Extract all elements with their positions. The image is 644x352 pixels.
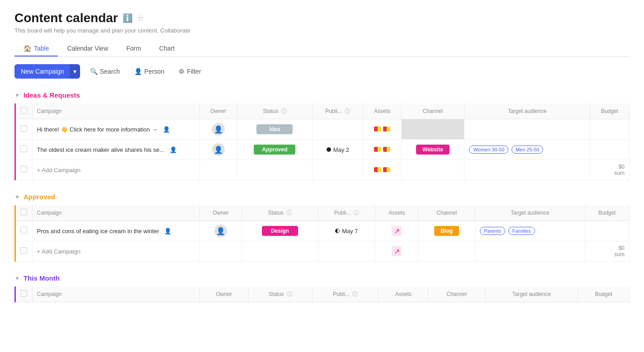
tab-table[interactable]: 🏠 Table [14, 41, 58, 56]
campaign-cell: The oldest ice cream maker alive shares … [32, 140, 199, 160]
audience-cell: Women 30-50 Men 25-50 [464, 140, 590, 160]
col-audience-thismonth: Target audience [485, 286, 578, 302]
pub-info-icon-thismonth[interactable]: ⓘ [352, 291, 358, 297]
col-budget-ideas: Budget [590, 103, 629, 119]
avatar: 👤 [214, 225, 227, 237]
flag-blue [383, 127, 390, 131]
empty-cell [242, 241, 318, 262]
new-campaign-caret[interactable]: ▾ [70, 64, 80, 79]
assets-cell: ↗ [375, 221, 418, 241]
assets-cell [363, 119, 401, 140]
flag-assets [374, 147, 390, 152]
col-campaign-ideas: Campaign [32, 103, 199, 119]
col-budget-approved: Budget [585, 205, 629, 221]
audience-tag: Parents [480, 227, 505, 235]
pub-info-icon-approved[interactable]: ⓘ [354, 210, 359, 216]
budget-cell [585, 221, 629, 241]
star-icon[interactable]: ☆ [137, 13, 144, 23]
col-audience-ideas: Target audience [464, 103, 590, 119]
owner-cell: 👤 [199, 221, 242, 241]
avatar: 👤 [212, 143, 225, 156]
flag-blue [383, 147, 390, 152]
status-cell: Approved [237, 140, 313, 160]
person-button[interactable]: 👤 Person [130, 65, 169, 78]
add-campaign-row: + Add Campaign ↗ $0 sum [16, 241, 630, 262]
col-channel-ideas: Channel [401, 103, 464, 119]
col-pub-thismonth: Publi... ⓘ [313, 286, 379, 302]
col-channel-thismonth: Channel [428, 286, 485, 302]
approved-table-wrap: Campaign Owner Status ⓘ Publi... ⓘ Asset… [14, 205, 630, 262]
tab-chart[interactable]: Chart [150, 41, 184, 56]
add-campaign-row: + Add Campaign [16, 160, 630, 180]
add-owner-icon[interactable]: 👤 [163, 126, 170, 133]
add-owner-icon[interactable]: 👤 [164, 228, 171, 235]
col-assets-thismonth: Assets [379, 286, 428, 302]
status-info-icon-approved[interactable]: ⓘ [286, 210, 292, 216]
status-badge: Idea [256, 124, 293, 134]
ideas-table-wrap: Campaign Owner Status ⓘ Publi... ⓘ Asset… [14, 103, 630, 180]
add-owner-icon[interactable]: 👤 [170, 146, 177, 153]
audience-tag: Men 25-50 [511, 145, 544, 154]
col-status-ideas: Status ⓘ [237, 103, 313, 119]
page-subtitle: This board will help you manage and plan… [14, 27, 630, 34]
select-all-checkbox-approved[interactable] [20, 209, 27, 216]
assets-cell [363, 140, 401, 160]
empty-cell [313, 160, 363, 180]
empty-cell [401, 160, 464, 180]
asset-icon: ↗ [392, 226, 402, 236]
assets-cell [363, 160, 401, 180]
select-all-checkbox-ideas[interactable] [20, 107, 27, 114]
budget-cell [590, 119, 629, 140]
section-ideas-header[interactable]: ▼ Ideas & Requests [14, 91, 630, 99]
empty-cell [475, 241, 585, 262]
pub-cell: May 2 [313, 140, 363, 160]
channel-cell [401, 119, 464, 140]
col-assets-ideas: Assets [363, 103, 401, 119]
section-thismonth-header[interactable]: ▼ This Month [14, 274, 630, 282]
col-campaign-approved: Campaign [32, 205, 199, 221]
search-button[interactable]: 🔍 Search [85, 65, 124, 78]
home-icon: 🏠 [24, 45, 31, 52]
status-info-icon-thismonth[interactable]: ⓘ [287, 291, 292, 297]
row-checkbox[interactable] [20, 166, 27, 173]
row-checkbox[interactable] [20, 125, 27, 132]
sum-cell: $0 sum [585, 241, 629, 262]
select-all-checkbox-thismonth[interactable] [20, 290, 27, 297]
channel-badge: Blog [434, 226, 459, 236]
tabs-bar: 🏠 Table Calendar View Form Chart [14, 41, 630, 57]
pub-dot [327, 147, 331, 152]
audience-cell: Parents Families [475, 221, 585, 241]
pub-half-dot [335, 229, 340, 233]
col-pub-approved: Publi... ⓘ [318, 205, 375, 221]
row-checkbox[interactable] [20, 227, 27, 234]
status-cell: Idea [237, 119, 313, 140]
person-icon: 👤 [134, 68, 142, 75]
pub-info-icon-ideas[interactable]: ⓘ [345, 108, 350, 114]
empty-cell [318, 241, 375, 262]
status-cell: Design [242, 221, 318, 241]
col-audience-approved: Target audience [475, 205, 585, 221]
owner-cell: 👤 [199, 119, 237, 140]
section-approved-header[interactable]: ▼ Approved [14, 193, 630, 201]
empty-cell [199, 241, 242, 262]
avatar: 👤 [212, 123, 225, 136]
col-assets-approved: Assets [375, 205, 418, 221]
channel-cell: Website [401, 140, 464, 160]
status-info-icon-ideas[interactable]: ⓘ [281, 108, 287, 114]
info-icon[interactable]: ℹ️ [123, 13, 133, 23]
row-checkbox[interactable] [20, 247, 27, 254]
filter-button[interactable]: ⚙ Filter [174, 65, 205, 78]
add-campaign-cell[interactable]: + Add Campaign [32, 160, 199, 180]
col-budget-thismonth: Budget [578, 286, 630, 302]
col-status-approved: Status ⓘ [242, 205, 318, 221]
col-owner-thismonth: Owner [199, 286, 248, 302]
tab-form[interactable]: Form [117, 41, 150, 56]
tab-calendar[interactable]: Calendar View [58, 41, 117, 56]
flag-assets [374, 167, 390, 172]
new-campaign-button[interactable]: New Campaign ▾ [14, 64, 80, 79]
col-owner-approved: Owner [199, 205, 242, 221]
section-approved: ▼ Approved Campaign Owner Status ⓘ Publ [14, 193, 630, 262]
col-channel-approved: Channel [418, 205, 475, 221]
row-checkbox[interactable] [20, 145, 27, 152]
add-campaign-cell[interactable]: + Add Campaign [32, 241, 199, 262]
